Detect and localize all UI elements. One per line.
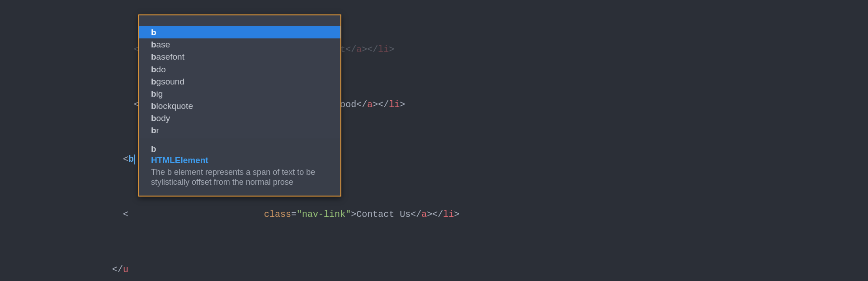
autocomplete-list: b base basefont bdo bgsound big blockquo… <box>139 15 340 139</box>
code-line: <li><a href="#art" class="nav-link">Art<… <box>0 44 868 55</box>
autocomplete-item[interactable]: bgsound <box>139 75 340 88</box>
autocomplete-item[interactable]: bdo <box>139 63 340 75</box>
code-line: <li><a href="#food" class="nav-link">Foo… <box>0 99 868 110</box>
autocomplete-item[interactable]: body <box>139 112 340 124</box>
typed-char: b <box>128 154 134 164</box>
autocomplete-item[interactable]: big <box>139 88 340 100</box>
autocomplete-item[interactable]: blockquote <box>139 100 340 112</box>
autocomplete-doc: b HTMLElement The b element represents a… <box>139 139 340 196</box>
autocomplete-item[interactable]: br <box>139 124 340 136</box>
code-line-active[interactable]: <b <box>0 154 868 165</box>
code-line: </u <box>0 264 868 275</box>
autocomplete-item[interactable]: base <box>139 38 340 51</box>
doc-name: b <box>151 144 329 154</box>
text-cursor <box>134 155 135 164</box>
code-editor[interactable]: <li><a href="#art" class="nav-link">Art<… <box>0 0 868 281</box>
autocomplete-item[interactable]: basefont <box>139 51 340 63</box>
doc-type: HTMLElement <box>151 155 329 165</box>
autocomplete-popup[interactable]: b base basefont bdo bgsound big blockquo… <box>138 14 341 197</box>
doc-desc: The b element represents a span of text … <box>151 167 327 187</box>
autocomplete-item[interactable]: b <box>139 26 340 38</box>
code-line: <li><a href="#contact-us" class="nav-lin… <box>0 209 868 220</box>
